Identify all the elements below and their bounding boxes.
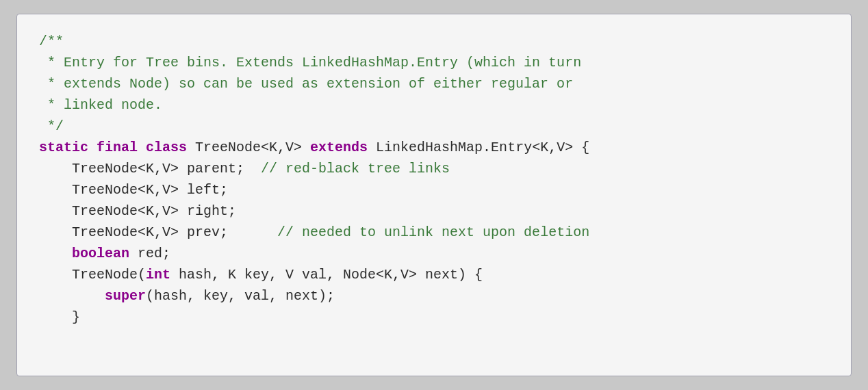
code-token: // red-black tree links [261, 161, 450, 177]
code-line: TreeNode(int hash, K key, V val, Node<K,… [39, 264, 829, 285]
code-line: * extends Node) so can be used as extens… [39, 73, 829, 94]
code-line: } [39, 307, 829, 328]
code-token: (hash, key, val, next); [146, 288, 335, 304]
code-token: final [97, 140, 146, 155]
code-token: * Entry for Tree bins. Extends LinkedHas… [39, 55, 581, 70]
code-token: extends [310, 140, 376, 155]
code-token: super [105, 288, 146, 304]
code-token: int [146, 267, 179, 283]
code-token: LinkedHashMap.Entry<K,V> { [376, 140, 589, 155]
code-line: super(hash, key, val, next); [39, 285, 829, 307]
code-line: static final class TreeNode<K,V> extends… [39, 137, 829, 158]
code-token: * linked node. [39, 97, 162, 113]
code-token: red; [138, 246, 170, 261]
code-line: TreeNode<K,V> left; [39, 179, 829, 200]
code-token: TreeNode<K,V> left; [39, 182, 228, 198]
code-line: TreeNode<K,V> prev; // needed to unlink … [39, 222, 829, 243]
code-token: } [39, 309, 80, 325]
code-token [39, 288, 105, 304]
code-line: */ [39, 116, 829, 137]
code-token: TreeNode<K,V> prev; [39, 224, 277, 240]
code-token: TreeNode<K,V> [195, 140, 310, 155]
code-token [39, 246, 72, 261]
code-token: static [39, 140, 97, 155]
code-line: * linked node. [39, 94, 829, 116]
code-token: TreeNode<K,V> right; [39, 203, 236, 219]
code-token: // needed to unlink next upon deletion [277, 224, 589, 240]
code-token: TreeNode<K,V> parent; [39, 161, 261, 177]
code-token: */ [39, 118, 64, 134]
code-token: boolean [72, 246, 138, 261]
code-block: /** * Entry for Tree bins. Extends Linke… [39, 31, 829, 328]
code-line: TreeNode<K,V> parent; // red-black tree … [39, 158, 829, 179]
code-token: * extends Node) so can be used as extens… [39, 76, 573, 92]
code-line: * Entry for Tree bins. Extends LinkedHas… [39, 52, 829, 73]
code-token: TreeNode( [39, 267, 146, 283]
code-line: boolean red; [39, 243, 829, 264]
code-token: hash, K key, V val, Node<K,V> next) { [179, 267, 483, 283]
code-container: /** * Entry for Tree bins. Extends Linke… [16, 14, 852, 376]
code-line: /** [39, 31, 829, 52]
code-line: TreeNode<K,V> right; [39, 200, 829, 222]
code-token: class [146, 140, 195, 155]
code-token: /** [39, 34, 64, 49]
